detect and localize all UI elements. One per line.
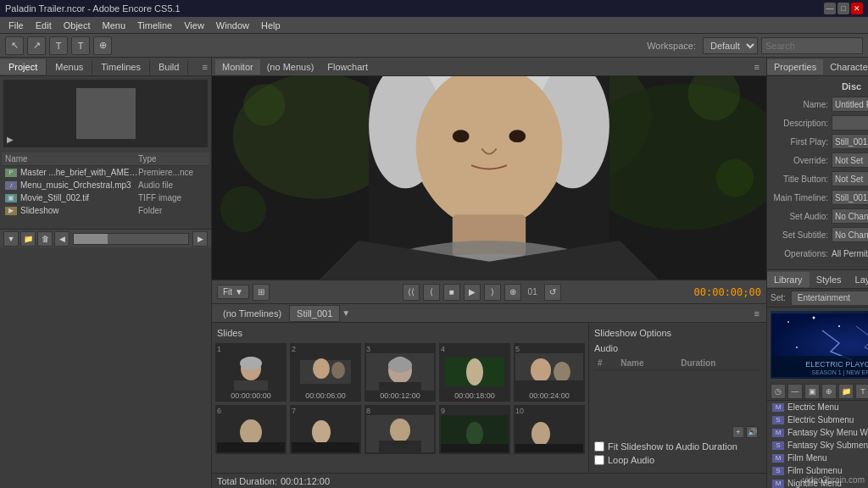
minimize-button[interactable]: — (824, 3, 836, 14)
titlebtn-select[interactable]: Not Set ▼ (832, 171, 868, 186)
tab-flowchart[interactable]: Flowchart (320, 59, 375, 75)
fit-slideshow-checkbox[interactable] (594, 441, 604, 452)
close-button[interactable]: ✕ (851, 3, 863, 14)
lib-item-fantasy-submenu-wide[interactable]: S Fantasy Sky Submenu WIDE (767, 439, 868, 452)
search-input[interactable] (761, 37, 863, 54)
tool-select[interactable]: ↖ (5, 36, 24, 55)
fit-control[interactable]: Fit ▼ (217, 285, 249, 299)
menu-menu[interactable]: Menu (97, 19, 131, 32)
next-button[interactable]: ▶ (192, 231, 208, 247)
ctrl-chapter[interactable]: ⊕ (504, 284, 521, 301)
slide-7[interactable]: 7 (290, 405, 361, 454)
menu-timeline[interactable]: Timeline (132, 19, 177, 32)
prev-button[interactable]: ◀ (54, 231, 70, 247)
menu-edit[interactable]: Edit (31, 19, 57, 32)
menu-file[interactable]: File (3, 19, 29, 32)
icon-grid[interactable]: ⊞ (253, 284, 270, 301)
ctrl-loop[interactable]: ↺ (544, 284, 561, 301)
maximize-button[interactable]: □ (837, 3, 849, 14)
lib-item-film-menu[interactable]: M Film Menu (767, 452, 868, 464)
slide-2[interactable]: 2 00:00:06:00 (290, 343, 361, 402)
slide-5[interactable]: 5 00:00:24:00 (514, 343, 585, 402)
svg-rect-20 (234, 380, 268, 391)
file-name: Master ...he_brief_with_AME.prproj (20, 168, 138, 177)
tab-character[interactable]: Character (823, 59, 868, 75)
tool-direct-select[interactable]: ↗ (27, 36, 46, 55)
ctrl-stop[interactable]: ■ (443, 284, 460, 301)
slide-1[interactable]: 1 00:00:00:00 (215, 343, 287, 402)
lib-item-electric-submenu[interactable]: S Electric Submenu (767, 413, 868, 426)
tool-text[interactable]: T (49, 36, 68, 55)
still-001-dropdown[interactable]: ▼ (342, 308, 350, 318)
tab-library[interactable]: Library (767, 272, 810, 287)
slide-8[interactable]: 8 (364, 405, 436, 454)
audio-add-button[interactable]: + (732, 426, 744, 438)
project-file-list: Name Type P Master ...he_brief_with_AME.… (0, 151, 211, 229)
list-item[interactable]: ▶ Slideshow Folder (2, 204, 209, 217)
lib-item-electric-menu[interactable]: M Electric Menu (767, 401, 868, 413)
tab-styles[interactable]: Styles (810, 272, 849, 287)
ctrl-back[interactable]: ⟨ (423, 284, 440, 301)
library-preview: ELECTRIC PLAYGROUND SEASON 1 | NEW EPISO… (771, 311, 868, 379)
audio-volume-button[interactable]: 🔊 (746, 426, 758, 438)
workspace-select[interactable]: Default (703, 37, 758, 54)
tab-layers[interactable]: Layers (849, 272, 868, 287)
name-input[interactable] (832, 97, 868, 112)
tab-monitor[interactable]: Monitor (215, 59, 260, 75)
menu-object[interactable]: Object (58, 19, 96, 32)
menu-window[interactable]: Window (211, 19, 254, 32)
tool-vertical-text[interactable]: T (71, 36, 90, 55)
tab-properties[interactable]: Properties (767, 59, 823, 75)
menu-help[interactable]: Help (256, 19, 286, 32)
lib-tool-2[interactable]: — (787, 384, 803, 399)
tab-no-timelines[interactable]: (no Timelines) (215, 305, 289, 322)
slide-3[interactable]: 3 00:00:12:00 (364, 343, 436, 402)
prop-maintl-row: Main Timeline: Still_001 ▼ (772, 190, 868, 205)
slide-6[interactable]: 6 (215, 405, 287, 454)
title-bar-title: Paladin Trailer.ncor - Adobe Encore CS5.… (5, 3, 181, 14)
ctrl-back-more[interactable]: ⟨⟨ (403, 284, 420, 301)
tool-extra[interactable]: ⊕ (93, 36, 112, 55)
monitor-panel-menu[interactable]: ≡ (751, 62, 763, 72)
slide-10[interactable]: 10 (514, 405, 585, 454)
lib-tool-4[interactable]: ⊕ (821, 384, 837, 399)
tab-menus[interactable]: Menus (47, 59, 92, 75)
tab-timelines[interactable]: Timelines (92, 59, 150, 75)
maintl-select[interactable]: Still_001 ▼ (832, 190, 868, 205)
lib-tool-1[interactable]: ◷ (771, 384, 786, 399)
menu-view[interactable]: View (179, 19, 209, 32)
ctrl-play[interactable]: ▶ (464, 284, 481, 301)
name-label: Name: (772, 100, 832, 109)
slide-9[interactable]: 9 (439, 405, 510, 454)
lib-tool-T[interactable]: T (855, 384, 868, 399)
list-item[interactable]: ♪ Menu_music_Orchestral.mp3 Audio file (2, 179, 209, 191)
properties-content: Disc Name: Description: First Play: Stil… (767, 76, 868, 269)
timeline-tabs: (no Timelines) Still_001 ▼ ≡ (212, 304, 766, 323)
svg-point-33 (531, 358, 551, 382)
override-select[interactable]: Not Set ▼ (832, 152, 868, 168)
timeline-panel-menu[interactable]: ≡ (751, 308, 763, 319)
delete-button[interactable]: 🗑 (37, 231, 53, 247)
tab-no-menus[interactable]: (no Menus) (260, 59, 321, 75)
desc-input[interactable] (832, 115, 868, 130)
setsubtitle-select[interactable]: No Change ▼ (832, 227, 868, 242)
tab-still-001[interactable]: Still_001 (289, 305, 340, 322)
panel-menu-icon[interactable]: ≡ (199, 62, 211, 72)
preview-play-button[interactable]: ▶ (7, 135, 14, 144)
firstplay-select[interactable]: Still_001:Still_001 ▼ (832, 134, 868, 149)
lib-tool-3[interactable]: ▣ (804, 384, 820, 399)
filter-button[interactable]: ▼ (3, 231, 19, 247)
setaudio-select[interactable]: No Change ▼ (832, 208, 868, 224)
loop-audio-checkbox[interactable] (594, 455, 604, 465)
ctrl-forward[interactable]: ⟩ (484, 284, 501, 301)
new-folder-button[interactable]: 📁 (20, 231, 36, 247)
list-item[interactable]: P Master ...he_brief_with_AME.prproj Pre… (2, 166, 209, 179)
scroll-thumb[interactable] (74, 234, 108, 244)
list-item[interactable]: ▣ Movie_Still_002.tif TIFF image (2, 191, 209, 204)
lib-item-fantasy-menu-wide[interactable]: M Fantasy Sky Menu WIDE (767, 426, 868, 439)
slide-4[interactable]: 4 00:00:18:00 (439, 343, 510, 402)
lib-tool-folder[interactable]: 📁 (838, 384, 854, 399)
set-select[interactable]: Entertainment (791, 291, 868, 306)
tab-project[interactable]: Project (0, 59, 47, 75)
tab-build[interactable]: Build (150, 59, 188, 75)
